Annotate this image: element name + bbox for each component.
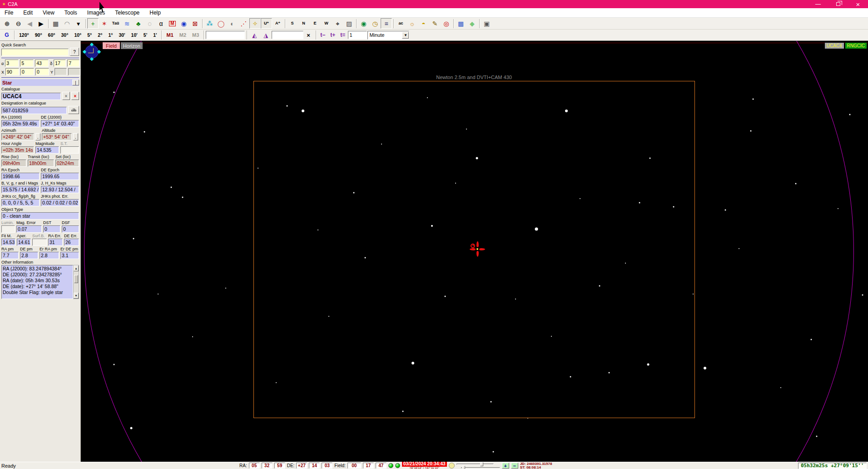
other-info-scrollbar[interactable]: ▲ ▼: [73, 265, 79, 299]
nebula-ellipse-icon[interactable]: ◯: [215, 18, 227, 29]
ra-h-input[interactable]: [5, 60, 19, 67]
east-icon[interactable]: E: [309, 18, 321, 29]
planet-globe-icon[interactable]: ◉: [178, 18, 189, 29]
clock-icon[interactable]: ◷: [369, 18, 381, 29]
search-help-button[interactable]: ?: [70, 48, 79, 56]
catalogue-clear-button[interactable]: ×: [71, 92, 79, 100]
clear-search-button[interactable]: ×: [304, 30, 314, 40]
center-object-icon[interactable]: +: [87, 18, 99, 29]
draw-pencil-icon[interactable]: ✎: [429, 18, 441, 29]
menu-help[interactable]: Help: [149, 10, 161, 16]
menu-telescope[interactable]: Telescope: [115, 10, 139, 16]
flip-vertical-button[interactable]: ◮: [260, 30, 271, 40]
time-step-input[interactable]: [348, 31, 367, 39]
fov-preset-60[interactable]: 60°: [45, 30, 58, 40]
landscape-icon[interactable]: ♣: [133, 18, 144, 29]
dome-view-icon[interactable]: ◠: [61, 18, 73, 29]
menu-edit[interactable]: Edit: [23, 10, 33, 16]
earth-map-icon[interactable]: ◉: [358, 18, 369, 29]
checkered-box-icon[interactable]: ⊠: [189, 18, 201, 29]
scroll-up-icon[interactable]: ▲: [74, 265, 79, 271]
ra-m-input[interactable]: [20, 60, 34, 67]
quick-search-input[interactable]: [1, 49, 69, 56]
milky-way-icon[interactable]: ≋: [121, 18, 133, 29]
time-now-button[interactable]: t=: [338, 30, 347, 40]
object-list-icon[interactable]: ≡: [381, 18, 392, 29]
x1-input[interactable]: [5, 68, 19, 75]
fov-preset-10m[interactable]: 10': [129, 30, 140, 40]
uranometria-icon[interactable]: U⁺: [261, 18, 272, 29]
fov-ellipse-icon[interactable]: ◌: [144, 18, 155, 29]
finder-chart-icon[interactable]: ▩: [455, 18, 466, 29]
grid-icon[interactable]: ▦: [50, 18, 61, 29]
north-icon[interactable]: N: [298, 18, 309, 29]
constellation-lines-icon[interactable]: ✶: [99, 18, 110, 29]
zoom-out-icon[interactable]: ⊖: [13, 18, 24, 29]
moon-phase-icon[interactable]: ◐: [227, 18, 238, 29]
scroll-down-icon[interactable]: ▼: [74, 293, 79, 299]
azimuth-detail-button[interactable]: .: [35, 133, 40, 140]
fov-preset-2[interactable]: 2°: [95, 30, 105, 40]
object-labels-icon[interactable]: Taü: [110, 18, 121, 29]
tab-horizon[interactable]: Horizon: [121, 42, 143, 49]
compass-rose-icon[interactable]: [84, 44, 100, 60]
night-mode-icon[interactable]: ◆: [466, 18, 478, 29]
flip-horizontal-button[interactable]: ◭: [249, 30, 260, 40]
ra-s-input[interactable]: [35, 60, 49, 67]
print-icon[interactable]: ▣: [481, 18, 492, 29]
fov-preset-5[interactable]: 5°: [84, 30, 94, 40]
minimize-button[interactable]: —: [808, 0, 828, 8]
fov-preset-90[interactable]: 90°: [32, 30, 45, 40]
messier-icon[interactable]: M: [167, 18, 178, 29]
close-button[interactable]: ×: [848, 0, 868, 8]
marker-m1-button[interactable]: M1: [164, 30, 176, 40]
x3-input[interactable]: [35, 68, 49, 75]
time-minus-button[interactable]: t−: [318, 30, 327, 40]
catalogue-prev-button[interactable]: ×: [62, 92, 70, 100]
text-config-icon[interactable]: ac: [395, 18, 407, 29]
west-icon[interactable]: W: [321, 18, 332, 29]
marker-m2-button[interactable]: M2: [177, 30, 189, 40]
pan-view-icon[interactable]: ⌖: [332, 18, 343, 29]
time-sliders[interactable]: [456, 463, 500, 469]
star-field-icon[interactable]: ⁂: [204, 18, 215, 29]
panel-options-button[interactable]: |: [72, 80, 79, 85]
tab-field[interactable]: Field: [103, 42, 120, 49]
star-names-icon[interactable]: A⁺: [272, 18, 283, 29]
de-m-input[interactable]: [67, 60, 79, 67]
datetime-display[interactable]: 03/21/2024 20:34:43 +8°34'14'' / +47°31'…: [402, 461, 447, 469]
planet-line-icon[interactable]: ⋰: [238, 18, 249, 29]
menu-view[interactable]: View: [43, 10, 55, 16]
twilight-icon[interactable]: ◓: [418, 18, 429, 29]
marker-m3-button[interactable]: M3: [189, 30, 202, 40]
time-unit-select[interactable]: Minute ▼: [367, 31, 409, 40]
de-d-input[interactable]: [54, 60, 66, 67]
fov-preset-1m[interactable]: 1': [150, 30, 159, 40]
horizon-fill-icon[interactable]: ▨: [343, 18, 355, 29]
forward-icon[interactable]: ▶: [35, 18, 47, 29]
object-search-input[interactable]: [272, 31, 303, 39]
fov-preset-10[interactable]: 10°: [71, 30, 84, 40]
slider-thumb[interactable]: [462, 466, 465, 469]
restore-button[interactable]: [828, 0, 848, 8]
time-plus-button[interactable]: t+: [328, 30, 337, 40]
goto-telescope-button[interactable]: [68, 106, 79, 114]
time-decrease-button[interactable]: −: [511, 463, 518, 469]
sun-icon[interactable]: ☼: [407, 18, 418, 29]
time-increase-button[interactable]: +: [502, 463, 509, 469]
fov-preset-30m[interactable]: 30': [116, 30, 128, 40]
target-circle-icon[interactable]: ◎: [441, 18, 452, 29]
south-icon[interactable]: S: [287, 18, 298, 29]
view-dropdown-icon[interactable]: ▾: [73, 18, 84, 29]
fov-preset-5m[interactable]: 5': [141, 30, 150, 40]
back-icon[interactable]: ◀: [24, 18, 35, 29]
magnitude-limit-input[interactable]: [206, 31, 245, 39]
greek-labels-icon[interactable]: α: [155, 18, 167, 29]
slider-thumb[interactable]: [480, 462, 483, 466]
zoom-in-icon[interactable]: ⊕: [1, 18, 13, 29]
fov-preset-120[interactable]: 120°: [16, 30, 32, 40]
x2-input[interactable]: [20, 68, 34, 75]
altitude-detail-button[interactable]: .: [73, 133, 78, 140]
menu-file[interactable]: File: [5, 10, 13, 16]
grid-toggle-button[interactable]: G: [1, 30, 12, 40]
